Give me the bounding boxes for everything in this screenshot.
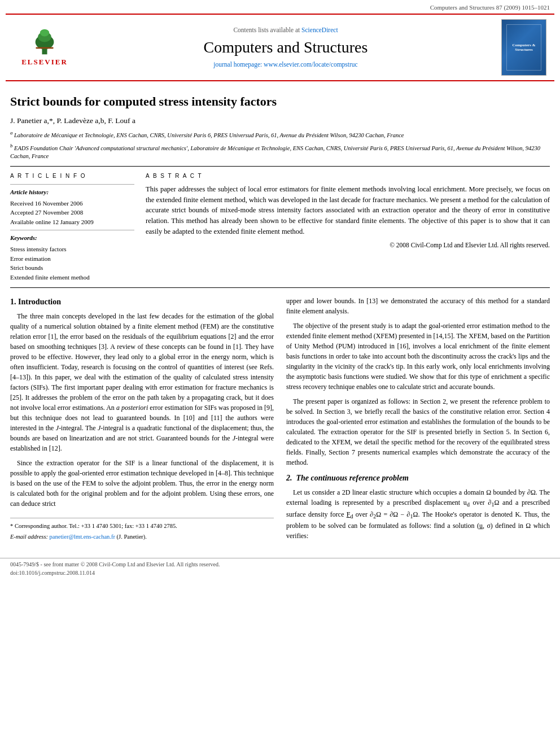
info-divider-1	[10, 184, 134, 185]
right-para-1: upper and lower bounds. In [13] we demon…	[286, 296, 550, 316]
journal-center-info: Contents lists available at ScienceDirec…	[81, 25, 490, 69]
svg-rect-4	[36, 47, 54, 49]
affil-b-text: EADS Foundation Chair 'Advanced computat…	[10, 145, 540, 159]
abstract-column: A B S T R A C T This paper addresses the…	[146, 172, 550, 282]
intro-section-title: 1. Introduction	[10, 296, 274, 308]
section2-title: 2. The continuous reference problem	[286, 472, 550, 484]
journal-cover-area: Computers & Structures	[496, 19, 546, 76]
main-content: Strict bounds for computed stress intens…	[0, 81, 560, 556]
keyword-1: Stress intensity factors	[10, 244, 134, 254]
affil-super-b: b	[10, 143, 12, 148]
authors-line: J. Panetier a,*, P. Ladevèze a,b, F. Lou…	[10, 115, 550, 126]
email-name: (J. Panetier).	[117, 534, 147, 540]
history-label: Article history:	[10, 188, 134, 197]
email-label: E-mail address:	[10, 534, 48, 540]
accepted-date: Accepted 27 November 2008	[10, 208, 134, 217]
bottom-bar: 0045-7949/$ - see front matter © 2008 Ci…	[0, 558, 560, 579]
paper-title: Strict bounds for computed stress intens…	[10, 93, 550, 111]
body-right-column: upper and lower bounds. In [13] we demon…	[286, 296, 550, 545]
affil-super-a: a	[10, 130, 12, 136]
sciencedirect-link[interactable]: ScienceDirect	[301, 27, 338, 33]
homepage-link[interactable]: journal homepage: www.elsevier.com/locat…	[213, 61, 357, 68]
article-info-heading: A R T I C L E I N F O	[10, 172, 134, 181]
affiliation-b: b EADS Foundation Chair 'Advanced comput…	[10, 142, 550, 161]
journal-homepage: journal homepage: www.elsevier.com/locat…	[81, 60, 490, 69]
section2-para: Let us consider a 2D linear elastic stru…	[286, 487, 550, 541]
body-left-column: 1. Introduction The three main concepts …	[10, 296, 274, 545]
affil-a-text: Laboratoire de Mécanique et Technologie,…	[14, 132, 404, 138]
keyword-3: Strict bounds	[10, 263, 134, 273]
doi-line: doi:10.1016/j.compstruc.2008.11.014	[10, 569, 550, 578]
keyword-4: Extended finite element method	[10, 273, 134, 282]
intro-para-2: Since the extraction operator for the SI…	[10, 458, 274, 509]
header-divider	[10, 166, 550, 167]
copyright-line: © 2008 Civil-Comp Ltd and Elsevier Ltd. …	[146, 241, 550, 250]
journal-cover-image: Computers & Structures	[501, 19, 546, 76]
authors-text: J. Panetier a,*, P. Ladevèze a,b, F. Lou…	[10, 116, 135, 125]
available-date: Available online 12 January 2009	[10, 217, 134, 227]
body-divider	[10, 287, 550, 288]
keyword-2: Error estimation	[10, 254, 134, 264]
keywords-label: Keywords:	[10, 234, 134, 243]
right-para-2: The objective of the present study is to…	[286, 321, 550, 392]
elsevier-logo-area: ELSEVIER	[14, 28, 76, 68]
sciencedirect-notice: Contents lists available at ScienceDirec…	[81, 25, 490, 35]
bottom-notice: 0045-7949/$ - see front matter © 2008 Ci…	[10, 561, 550, 569]
cover-title-text: Computers & Structures	[504, 43, 544, 53]
article-info-column: A R T I C L E I N F O Article history: R…	[10, 172, 134, 282]
corresponding-author-note: * Corresponding author. Tel.: +33 1 4740…	[10, 522, 274, 531]
elsevier-wordmark: ELSEVIER	[21, 57, 68, 68]
affiliation-a: a Laboratoire de Mécanique et Technologi…	[10, 129, 550, 139]
info-divider-2	[10, 230, 134, 230]
svg-point-3	[40, 29, 49, 36]
journal-title: Computers and Structures	[81, 36, 490, 59]
corresponding-label: * Corresponding author. Tel.: +33 1 4740…	[10, 523, 177, 529]
email-link[interactable]: panetier@lmt.ens-cachan.fr	[50, 534, 115, 540]
elsevier-logo: ELSEVIER	[21, 28, 68, 68]
email-line: E-mail address: panetier@lmt.ens-cachan.…	[10, 532, 274, 541]
abstract-heading: A B S T R A C T	[146, 172, 550, 181]
footnote-area: * Corresponding author. Tel.: +33 1 4740…	[10, 518, 274, 541]
citation-bar: Computers and Structures 87 (2009) 1015–…	[0, 0, 560, 14]
journal-header: ELSEVIER Contents lists available at Sci…	[6, 14, 554, 81]
body-section: 1. Introduction The three main concepts …	[10, 296, 550, 545]
right-para-3: The present paper is organized as follow…	[286, 396, 550, 468]
abstract-text: This paper addresses the subject of loca…	[146, 184, 550, 237]
citation-text: Computers and Structures 87 (2009) 1015–…	[430, 4, 550, 11]
elsevier-tree-icon	[25, 28, 64, 56]
received-date: Received 16 November 2006	[10, 199, 134, 208]
info-abstract-section: A R T I C L E I N F O Article history: R…	[10, 172, 550, 282]
intro-para-1: The three main concepts developed in the…	[10, 311, 274, 453]
keywords-list: Stress intensity factors Error estimatio…	[10, 244, 134, 282]
